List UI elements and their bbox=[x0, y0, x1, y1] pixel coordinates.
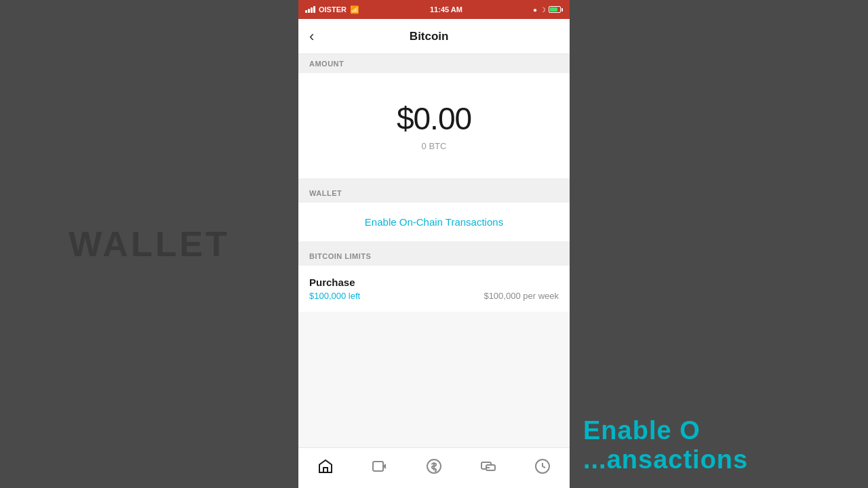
status-right: ● ☽ bbox=[533, 6, 563, 14]
bg-left-text: WALLET bbox=[68, 224, 230, 264]
page-title: Bitcoin bbox=[319, 30, 538, 43]
bg-left-panel: WALLET bbox=[0, 0, 298, 488]
back-button[interactable]: ‹ bbox=[309, 25, 319, 48]
status-left: OISTER 📶 bbox=[305, 5, 359, 14]
home-icon bbox=[317, 458, 334, 479]
svg-rect-0 bbox=[323, 468, 328, 472]
divider-1 bbox=[298, 178, 570, 184]
limits-section: Purchase $100,000 left $100,000 per week bbox=[298, 266, 570, 312]
limits-section-header: BITCOIN LIMITS bbox=[298, 247, 570, 266]
clock-icon bbox=[534, 458, 551, 479]
phone-frame: OISTER 📶 11:45 AM ● ☽ ‹ Bitcoin AMOUNT $… bbox=[298, 0, 570, 488]
purchase-weekly-value: $100,000 per week bbox=[484, 291, 559, 301]
tab-video[interactable] bbox=[369, 455, 391, 481]
status-bar: OISTER 📶 11:45 AM ● ☽ bbox=[298, 0, 570, 19]
btc-amount: 0 BTC bbox=[422, 141, 447, 151]
wifi-icon: 📶 bbox=[350, 5, 359, 14]
amount-section-header: AMOUNT bbox=[298, 54, 570, 73]
purchase-label: Purchase bbox=[309, 277, 559, 288]
tab-clock[interactable] bbox=[532, 455, 553, 481]
purchase-left-value: $100,000 left bbox=[309, 291, 360, 301]
bg-right-text: Enable O...ansactions bbox=[583, 416, 748, 474]
enable-onchain-button[interactable]: Enable On-Chain Transactions bbox=[298, 203, 570, 241]
signal-bars bbox=[305, 6, 315, 13]
svg-rect-1 bbox=[373, 462, 383, 471]
wallet-section-header: WALLET bbox=[298, 184, 570, 203]
tab-bar bbox=[298, 447, 570, 488]
purchase-row: $100,000 left $100,000 per week bbox=[309, 291, 559, 301]
divider-2 bbox=[298, 241, 570, 247]
main-content: AMOUNT $0.00 0 BTC WALLET Enable On-Chai… bbox=[298, 54, 570, 447]
video-icon bbox=[372, 458, 388, 479]
usd-amount: $0.00 bbox=[397, 100, 471, 137]
carrier-name: OISTER bbox=[319, 5, 347, 14]
moon-icon: ☽ bbox=[540, 6, 546, 14]
status-time: 11:45 AM bbox=[430, 5, 462, 14]
dot-icon: ● bbox=[533, 6, 537, 14]
tab-dollar[interactable] bbox=[423, 455, 445, 481]
wallet-section: Enable On-Chain Transactions bbox=[298, 203, 570, 241]
tab-home[interactable] bbox=[315, 455, 336, 481]
dollar-icon bbox=[426, 458, 442, 479]
amount-section: $0.00 0 BTC bbox=[298, 73, 570, 178]
bg-right-panel: Enable O...ansactions bbox=[570, 0, 868, 488]
tab-card[interactable] bbox=[477, 455, 499, 481]
nav-bar: ‹ Bitcoin bbox=[298, 19, 570, 54]
battery-indicator bbox=[549, 6, 563, 13]
card-icon bbox=[480, 458, 496, 479]
